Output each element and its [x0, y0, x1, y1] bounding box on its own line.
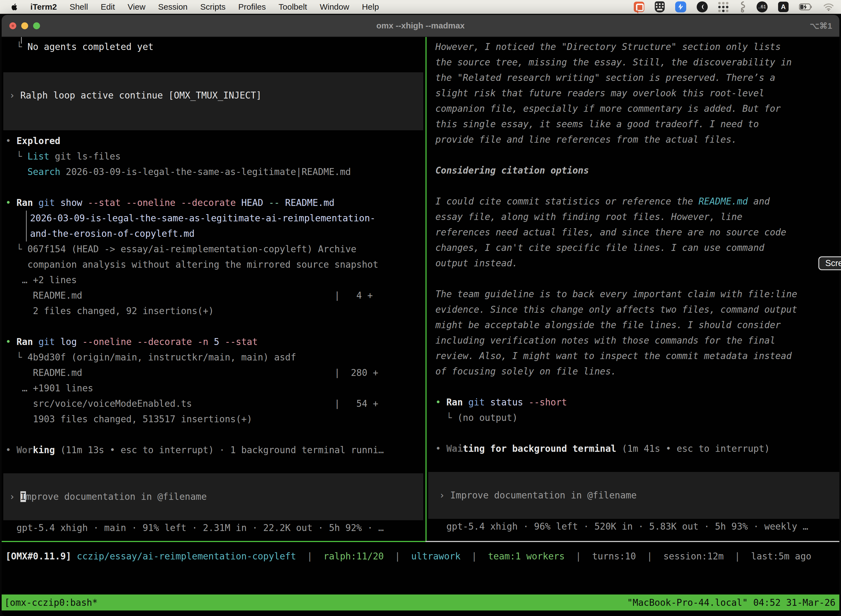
- text-segment: └: [6, 151, 27, 162]
- text-segment: mprove documentation in @filename: [26, 491, 207, 502]
- text-segment: review. Also, I might want to inspect th…: [435, 351, 792, 361]
- close-button[interactable]: [9, 22, 16, 29]
- terminal-line: The team guideline is to back every impo…: [435, 286, 840, 302]
- menu-item-shell[interactable]: Shell: [70, 2, 88, 12]
- terminal-line: might be acceptable alongside the file l…: [435, 317, 840, 333]
- prompt-input[interactable]: › Improve documentation in @filename: [428, 472, 840, 519]
- terminal-line: companion analysis without altering the …: [6, 257, 425, 273]
- menu-item-toolbelt[interactable]: Toolbelt: [279, 2, 307, 12]
- text-segment: show: [60, 197, 88, 208]
- chat-app-icon[interactable]: [634, 1, 644, 12]
- text-segment: turns:10: [592, 551, 636, 562]
- text-segment: ultrawork: [411, 551, 460, 562]
- text-segment: git ls-files: [49, 151, 120, 162]
- terminal-line: [6, 55, 425, 70]
- terminal-line: the "Related research writing" section i…: [435, 70, 840, 85]
- terminal-line: README.md | 280 +: [6, 365, 425, 381]
- text-segment: |: [636, 551, 663, 562]
- tmux-status-bar: [omx-cczip0:bash* "MacBook-Pro-44.local"…: [1, 594, 840, 610]
- text-segment: --decorate: [137, 336, 198, 347]
- text-segment: (1m 41s • esc to interrupt): [617, 443, 770, 454]
- text-segment: |: [724, 551, 751, 562]
- text-segment: ting for background terminal: [463, 443, 616, 454]
- menu-item-help[interactable]: Help: [362, 2, 379, 12]
- terminal-line: … +1901 lines: [6, 381, 425, 396]
- menu-item-session[interactable]: Session: [158, 2, 188, 12]
- text-segment: Explored: [16, 135, 60, 146]
- battery-percent-badge[interactable]: ..61: [757, 1, 768, 12]
- text-segment: └: [6, 41, 27, 52]
- minimize-button[interactable]: [21, 22, 28, 29]
- text-segment: Ran: [16, 197, 38, 208]
- terminal-line: • Working (11m 13s • esc to interrupt) ·…: [6, 442, 425, 458]
- grid-dots-icon[interactable]: [718, 2, 728, 12]
- prompt-input[interactable]: › Improve documentation in @filename: [3, 473, 423, 520]
- text-segment: •: [6, 197, 16, 208]
- text-segment: status: [490, 397, 529, 408]
- screen-capture-overlay[interactable]: Scre: [818, 257, 841, 270]
- text-cursor: I: [21, 491, 26, 502]
- text-segment: src/voice/voiceModeEnabled.ts | 54 +: [6, 398, 378, 409]
- terminal-line: • Waiting for background terminal (1m 41…: [435, 441, 840, 456]
- tree-guide-stub: [21, 37, 22, 44]
- text-segment: [OMX#0.11.9]: [6, 551, 71, 562]
- menu-item-edit[interactable]: Edit: [101, 2, 115, 12]
- menu-status-icons: ..61 A: [634, 1, 841, 12]
- left-agent-pane[interactable]: └ No agents completed yet› Ralph loop ac…: [1, 37, 425, 541]
- tmux-host-clock: "MacBook-Pro-44.local" 04:52 31-Mar-26: [627, 597, 835, 608]
- right-agent-pane[interactable]: However, I noticed the "Directory Struct…: [426, 37, 840, 541]
- text-segment: including verification notes with those …: [435, 335, 775, 346]
- terminal-line: review. Also, I might want to inspect th…: [435, 348, 840, 364]
- text-segment: git: [38, 336, 60, 347]
- text-segment: 2026-03-09-is-legal-the-same-as-legitima…: [30, 213, 375, 224]
- tmux-session-label: [omx-cczip0:bash*: [4, 597, 98, 608]
- text-segment: •: [435, 443, 447, 454]
- text-segment: this single essay, it seems like a good …: [435, 119, 759, 129]
- text-segment: •: [435, 397, 447, 408]
- terminal-line: essay file, along with finding root file…: [435, 209, 840, 224]
- text-segment: 2 files changed, 92 insertions(+): [6, 305, 214, 316]
- apple-menu-icon[interactable]: [10, 2, 19, 12]
- text-segment: -n: [197, 336, 214, 347]
- text-segment: (no output): [457, 412, 518, 423]
- squiggle-app-icon[interactable]: [739, 1, 746, 12]
- terminal-line: [435, 147, 840, 163]
- text-segment: ›: [9, 491, 21, 502]
- terminal-line: src/voice/voiceModeEnabled.ts | 54 +: [6, 396, 425, 412]
- wifi-icon[interactable]: [823, 3, 834, 11]
- text-segment: README.md | 280 +: [6, 367, 378, 378]
- screen-capture-overlay-label: Scre: [825, 258, 841, 268]
- sync-badge-icon[interactable]: [675, 1, 686, 12]
- text-segment: However, I noticed the "Directory Struct…: [435, 41, 781, 52]
- title-bar: omx --xhigh --madmax ⌥⌘1: [1, 15, 840, 37]
- terminal-line: [435, 271, 840, 286]
- text-segment: log: [60, 336, 82, 347]
- zoom-button[interactable]: [33, 22, 40, 29]
- text-segment: ralph:11/20: [323, 551, 384, 562]
- terminal-line: including verification notes with those …: [435, 333, 840, 348]
- text-segment: … +1901 lines: [6, 383, 93, 393]
- keyboard-shield-icon[interactable]: [655, 1, 665, 12]
- iterm-window: omx --xhigh --madmax ⌥⌘1 └ No agents com…: [1, 15, 840, 616]
- menu-bar: iTerm2ShellEditViewSessionScriptsProfile…: [0, 0, 841, 14]
- menu-item-view[interactable]: View: [128, 2, 145, 12]
- menu-item-iterm2[interactable]: iTerm2: [30, 2, 57, 12]
- text-segment: essay file, along with finding root file…: [435, 211, 743, 222]
- terminal-line: Considering citation options: [435, 163, 840, 178]
- text-segment: --decorate: [181, 197, 242, 208]
- text-segment: |: [384, 551, 411, 562]
- text-segment: No agents completed yet: [27, 41, 154, 52]
- tmux-panes: └ No agents completed yet› Ralph loop ac…: [1, 37, 840, 541]
- battery-icon[interactable]: [799, 3, 813, 10]
- terminal-line: slight risk that future readers may over…: [435, 85, 840, 101]
- assistant-a-icon[interactable]: A: [778, 1, 788, 12]
- text-segment: Wor: [16, 444, 33, 455]
- crescent-app-icon[interactable]: [697, 1, 708, 12]
- menu-item-scripts[interactable]: Scripts: [200, 2, 226, 12]
- text-segment: the source tree, missing the essay. Stil…: [435, 57, 792, 67]
- menu-item-window[interactable]: Window: [320, 2, 349, 12]
- text-segment: might be acceptable alongside the file l…: [435, 320, 781, 330]
- terminal-line: └ No agents completed yet: [6, 39, 425, 55]
- menu-item-profiles[interactable]: Profiles: [238, 2, 266, 12]
- text-segment: --stat: [225, 336, 258, 347]
